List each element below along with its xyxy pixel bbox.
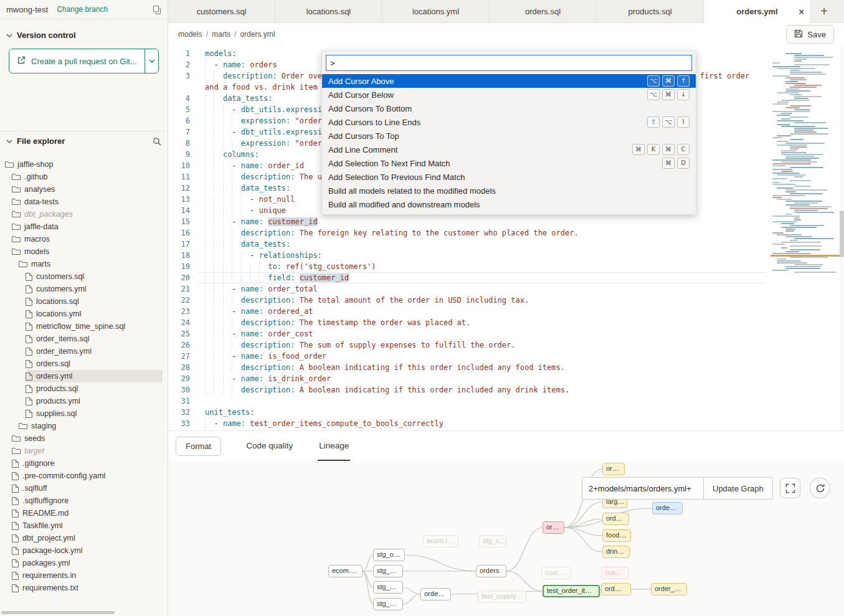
search-icon[interactable] [153,137,161,146]
code-editor[interactable]: 1models:2 - name: orders3 description: O… [168,45,844,430]
tab-locations.sql[interactable]: locations.sql [275,0,382,22]
command-palette-input[interactable] [326,55,692,71]
refresh-button[interactable] [810,478,830,498]
file-explorer-header[interactable]: File explorer [0,131,168,151]
palette-item[interactable]: Build all modified and downstream models [322,197,696,211]
copy-icon[interactable] [153,5,161,14]
minimap[interactable] [771,45,840,430]
tree-item-products.sql[interactable]: products.sql [26,382,163,395]
save-button[interactable]: Save [786,25,834,44]
tree-item-locations.sql[interactable]: locations.sql [26,295,163,308]
tree-item-supplies.sql[interactable]: supplies.sql [26,407,163,420]
tree-item-dbt_packages[interactable]: dbt_packages [12,208,163,220]
format-button[interactable]: Format [176,437,221,456]
palette-item[interactable]: Add Selection To Previous Find Match [322,170,696,184]
lineage-node-cuf[interactable]: cust.… [541,567,571,579]
lineage-node-tgr[interactable]: test_order_it… [543,585,600,597]
tree-item-metricflow_time_spine.sql[interactable]: metricflow_time_spine.sql [26,320,163,333]
palette-item[interactable]: Add Line Comment⌘K⌘C [322,143,696,156]
tree-item-dbt_project.yml[interactable]: dbt_project.yml [12,532,163,544]
fullscreen-button[interactable] [780,478,800,498]
tab-locations.yml[interactable]: locations.yml [382,0,490,22]
tab-lineage[interactable]: Lineage [318,431,350,461]
lineage-node-orT[interactable]: or… [602,463,625,475]
lineage-node-st1[interactable]: stg_… [373,565,403,577]
tab-orders.yml[interactable]: orders.yml× [704,0,811,23]
palette-item[interactable]: Add Cursor Below⌥⌘↓ [322,88,696,102]
tree-item-orders.yml[interactable]: orders.yml [26,370,163,382]
lineage-filter-input[interactable] [582,477,704,500]
tree-item-data-tests[interactable]: data-tests [12,196,163,208]
lineage-node-sto[interactable]: stg_o… [373,549,405,561]
tree-item-requirements.in[interactable]: requirements.in [12,569,163,582]
tab-customers.sql[interactable]: customers.sql [168,0,275,22]
tree-item-Taskfile.yml[interactable]: Taskfile.yml [12,519,163,532]
palette-item[interactable]: Build all models related to the modified… [322,184,696,197]
change-branch-link[interactable]: Change branch [57,5,108,14]
breadcrumb-item[interactable]: marts [212,30,230,39]
lineage-node-tsf[interactable]: test_supply… [478,590,526,603]
tab-code-quality[interactable]: Code quality [245,431,294,461]
tree-item-analyses[interactable]: analyses [12,183,163,196]
tree-item-order_items.yml[interactable]: order_items.yml [26,345,163,358]
create-pr-dropdown-button[interactable] [145,49,159,73]
tree-item-.pre-commit-config.yaml[interactable]: .pre-commit-config.yaml [12,470,163,482]
version-control-header[interactable]: Version control [0,19,168,45]
tree-item-marts[interactable]: marts [19,258,163,270]
tree-item-jaffle-shop[interactable]: jaffle-shop [5,158,163,171]
create-pr-button[interactable]: Create a pull request on Git... [9,49,145,73]
tree-item-package-lock.yml[interactable]: package-lock.yml [12,544,163,557]
tab-orders.sql[interactable]: orders.sql [490,0,597,22]
lineage-node-dri[interactable]: drin… [602,546,630,558]
tab-products.sql[interactable]: products.sql [597,0,704,22]
tree-item-README.md[interactable]: README.md [12,507,163,519]
lineage-node-or2[interactable]: ord… [601,583,631,595]
update-graph-button[interactable]: Update Graph [703,477,773,500]
new-tab-button[interactable]: + [811,0,837,22]
lineage-node-oro[interactable]: order_… [651,583,687,595]
editor-vertical-scrollbar[interactable] [840,45,844,430]
palette-item[interactable]: Add Cursors To Top [322,129,696,143]
lineage-node-opk[interactable]: or… [543,521,564,534]
tree-item-.github[interactable]: .github [12,171,163,183]
lineage-node-odw[interactable]: orde… [420,588,451,600]
breadcrumb-item[interactable]: models [178,30,202,39]
tree-item-order_items.sql[interactable]: order_items.sql [26,333,163,345]
lineage-node-foo[interactable]: food… [602,529,631,542]
lineage-node-ecr[interactable]: ecom.r… [423,535,458,547]
tree-item-.sqlfluffignore[interactable]: .sqlfluffignore [12,495,163,507]
tree-item-seeds[interactable]: seeds [12,432,163,445]
tree-item-models[interactable]: models [12,245,163,258]
tree-item-.gitignore[interactable]: .gitignore [12,457,163,470]
scrollbar-thumb[interactable] [840,211,844,257]
lineage-node-stc[interactable]: stg_c… [479,535,506,547]
tree-item-locations.yml[interactable]: locations.yml [26,308,163,320]
palette-item[interactable]: Add Cursors to Line Ends⇧⌥I [322,115,696,129]
tree-item-customers.sql[interactable]: customers.sql [26,270,163,283]
lineage-canvas[interactable]: or…larg…ord…food…drin…orde…or…ecom.r…stg… [168,461,844,616]
tree-item-.sqlfluff[interactable]: .sqlfluff [12,482,163,495]
palette-item[interactable]: Add Cursors To Bottom [322,102,696,115]
tree-item-target[interactable]: target [12,445,163,457]
tree-item-requirements.txt[interactable]: requirements.txt [12,582,163,594]
lineage-node-eco[interactable]: ecom.… [328,565,363,577]
tree-item-jaffle-data[interactable]: jaffle-data [12,220,163,233]
tree-item-staging[interactable]: staging [19,420,163,432]
lineage-node-obl[interactable]: orde… [652,502,683,514]
palette-item[interactable]: Add Cursor Above⌥⌘↑ [322,74,696,88]
lineage-node-st3[interactable]: stg_… [373,598,403,610]
breadcrumb-item[interactable]: orders.yml [240,30,275,39]
close-icon[interactable]: × [799,6,804,17]
tree-item-orders.sql[interactable]: orders.sql [26,358,163,370]
sidebar-horizontal-scrollbar[interactable] [1,611,115,614]
palette-item[interactable]: Add Selection To Next Find Match⌘D [322,156,696,170]
tree-item-products.yml[interactable]: products.yml [26,395,163,407]
lineage-node-ord[interactable]: orders [476,565,506,577]
minimap-line [785,81,798,82]
tree-item-packages.yml[interactable]: packages.yml [12,557,163,569]
lineage-node-cpf[interactable]: cus… [601,567,629,579]
tree-item-customers.yml[interactable]: customers.yml [26,283,163,295]
lineage-node-st2[interactable]: stg_… [373,581,403,594]
tree-item-macros[interactable]: macros [12,233,163,245]
lineage-node-or1[interactable]: ord… [602,513,629,525]
